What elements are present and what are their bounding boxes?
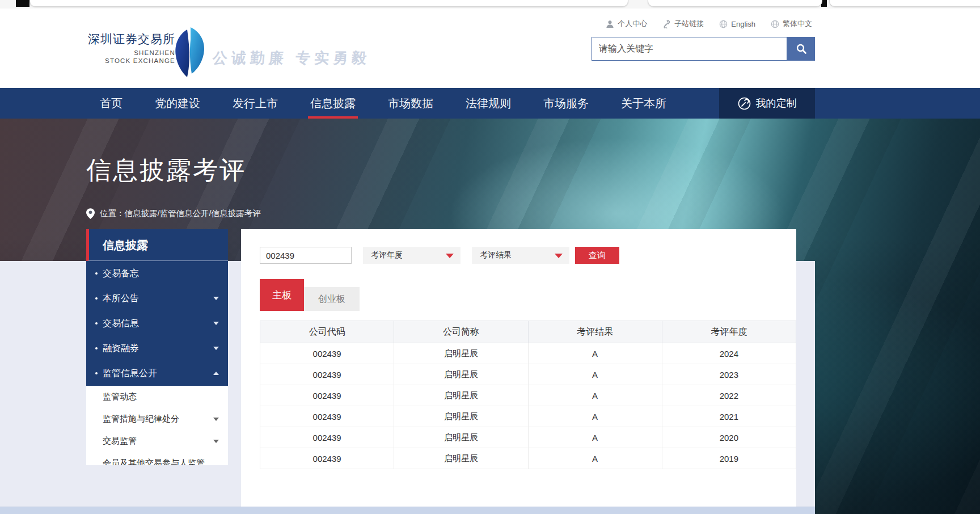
result-dropdown[interactable]: 考评结果 bbox=[472, 247, 569, 264]
sidebar-header: 信息披露 bbox=[86, 229, 228, 261]
table-row: 002439启明星辰A2021 bbox=[260, 406, 796, 427]
sidebar-item-4[interactable]: 监管信息公开 bbox=[86, 361, 228, 386]
table-row: 002439启明星辰A2024 bbox=[260, 343, 796, 364]
sidebar-item-0[interactable]: 交易备忘 bbox=[86, 261, 228, 286]
nav-item-5[interactable]: 法律规则 bbox=[466, 88, 511, 119]
breadcrumb[interactable]: 位置：信息披露/监管信息公开/信息披露考评 bbox=[86, 208, 261, 219]
table-cell: 002439 bbox=[260, 406, 394, 427]
bullet-icon bbox=[95, 272, 98, 275]
sidebar-item-label: 本所公告 bbox=[103, 293, 139, 305]
logo-name-cn: 深圳证券交易所 bbox=[88, 31, 175, 47]
browser-chrome-fragment bbox=[829, 0, 980, 7]
nav-item-3[interactable]: 信息披露 bbox=[310, 88, 356, 119]
table-cell: 启明星辰 bbox=[394, 427, 528, 448]
nav-item-1[interactable]: 党的建设 bbox=[155, 88, 200, 119]
nav-item-2[interactable]: 发行上市 bbox=[233, 88, 278, 119]
table-cell: A bbox=[528, 385, 662, 406]
table-cell: 002439 bbox=[260, 427, 394, 448]
breadcrumb-text: 位置：信息披露/监管信息公开/信息披露考评 bbox=[100, 208, 261, 219]
table-cell: 2024 bbox=[662, 343, 796, 364]
tab-main-board[interactable]: 主板 bbox=[260, 279, 304, 311]
table-cell: A bbox=[528, 364, 662, 385]
sidebar-item-3[interactable]: 融资融券 bbox=[86, 336, 228, 361]
chevron-down-icon bbox=[213, 297, 219, 300]
sidebar-items: 交易备忘本所公告交易信息融资融券监管信息公开 bbox=[86, 261, 228, 386]
bullet-icon bbox=[95, 347, 98, 349]
tab-chinext[interactable]: 创业板 bbox=[304, 287, 360, 311]
sidebar-item-label: 融资融券 bbox=[103, 343, 139, 355]
table-row: 002439启明星辰A2023 bbox=[260, 364, 796, 385]
browser-chrome-fragment bbox=[16, 0, 29, 7]
location-pin-icon bbox=[86, 208, 95, 219]
query-button[interactable]: 查询 bbox=[575, 247, 619, 264]
nav-item-my-customization[interactable]: 我的定制 bbox=[719, 88, 815, 119]
table-cell: A bbox=[528, 406, 662, 427]
nav-item-7[interactable]: 关于本所 bbox=[621, 88, 666, 119]
search-icon bbox=[796, 43, 807, 54]
bullet-icon bbox=[95, 322, 98, 325]
sidebar-subitem-3[interactable]: 会员及其他交易参与人监管 bbox=[86, 452, 228, 465]
sidebar-subitem-2[interactable]: 交易监管 bbox=[86, 430, 228, 452]
site-search-button[interactable] bbox=[787, 37, 815, 61]
custom-tool-icon bbox=[738, 97, 751, 110]
table-cell: 启明星辰 bbox=[394, 385, 528, 406]
table-cell: A bbox=[528, 343, 662, 364]
site-search bbox=[592, 37, 815, 61]
site-search-input[interactable] bbox=[592, 37, 787, 61]
sidebar-item-label: 交易信息 bbox=[103, 318, 139, 330]
sidebar-subitem-1[interactable]: 监管措施与纪律处分 bbox=[86, 408, 228, 430]
sidebar-subitem-0[interactable]: 监管动态 bbox=[86, 386, 228, 408]
nav-list: 首页党的建设发行上市信息披露市场数据法律规则市场服务关于本所 bbox=[100, 88, 699, 119]
result-dropdown-label: 考评结果 bbox=[480, 250, 512, 260]
year-dropdown-label: 考评年度 bbox=[371, 250, 403, 260]
utility-link-1[interactable]: 子站链接 bbox=[662, 19, 704, 29]
table-header-cell: 考评年度 bbox=[662, 321, 796, 343]
table-cell: 002439 bbox=[260, 343, 394, 364]
browser-chrome-fragment bbox=[29, 0, 628, 7]
sidebar-item-2[interactable]: 交易信息 bbox=[86, 311, 228, 336]
logo-name-en: SHENZHEN STOCK EXCHANGE bbox=[88, 49, 175, 65]
utility-link-0[interactable]: 个人中心 bbox=[606, 19, 647, 29]
table-row: 002439启明星辰A2022 bbox=[260, 385, 796, 406]
site-header: 深圳证券交易所 SHENZHEN STOCK EXCHANGE 公诚勤廉 专实勇… bbox=[0, 9, 980, 88]
company-code-input[interactable] bbox=[260, 247, 352, 264]
table-cell: 2020 bbox=[662, 427, 796, 448]
table-header-cell: 考评结果 bbox=[528, 321, 662, 343]
szse-logo-icon bbox=[172, 27, 206, 79]
nav-item-0[interactable]: 首页 bbox=[100, 88, 122, 119]
table-cell: 2021 bbox=[662, 406, 796, 427]
szse-logo[interactable]: 深圳证券交易所 SHENZHEN STOCK EXCHANGE bbox=[88, 31, 175, 65]
nav-item-4[interactable]: 市场数据 bbox=[388, 88, 433, 119]
utility-links: 个人中心子站链接English繁体中文 bbox=[606, 19, 812, 29]
sidebar-item-label: 监管信息公开 bbox=[103, 368, 157, 380]
utility-link-3[interactable]: 繁体中文 bbox=[771, 19, 812, 29]
user-icon bbox=[606, 20, 614, 28]
table-cell: 启明星辰 bbox=[394, 343, 528, 364]
sidebar-item-1[interactable]: 本所公告 bbox=[86, 286, 228, 311]
utility-link-label: 子站链接 bbox=[674, 19, 704, 29]
main-navbar: 首页党的建设发行上市信息披露市场数据法律规则市场服务关于本所 我的定制 bbox=[0, 88, 980, 119]
year-dropdown[interactable]: 考评年度 bbox=[363, 247, 461, 264]
link-icon bbox=[662, 20, 671, 28]
table-cell: 002439 bbox=[260, 364, 394, 385]
sidebar-subitem-label: 监管措施与纪律处分 bbox=[103, 414, 179, 424]
table-cell: 启明星辰 bbox=[394, 406, 528, 427]
browser-chrome-fragment bbox=[648, 0, 822, 7]
chevron-down-icon bbox=[213, 322, 219, 325]
table-cell: A bbox=[528, 448, 662, 469]
browser-chrome-strip bbox=[0, 0, 980, 9]
table-header-cell: 公司简称 bbox=[394, 321, 528, 343]
utility-link-label: 个人中心 bbox=[618, 19, 647, 29]
utility-link-2[interactable]: English bbox=[719, 20, 755, 28]
table-header-cell: 公司代码 bbox=[260, 321, 394, 343]
table-cell: 2022 bbox=[662, 385, 796, 406]
table-cell: 2019 bbox=[662, 448, 796, 469]
table-row: 002439启明星辰A2020 bbox=[260, 427, 796, 448]
horizontal-scrollbar[interactable] bbox=[0, 507, 815, 514]
evaluation-results-table: 公司代码公司简称考评结果考评年度 002439启明星辰A2024002439启明… bbox=[260, 321, 796, 469]
sidebar-item-label: 交易备忘 bbox=[103, 268, 139, 280]
sidebar-subitem-label: 交易监管 bbox=[103, 436, 137, 446]
nav-item-6[interactable]: 市场服务 bbox=[543, 88, 589, 119]
bullet-icon bbox=[95, 372, 98, 374]
chevron-down-icon bbox=[213, 440, 219, 443]
